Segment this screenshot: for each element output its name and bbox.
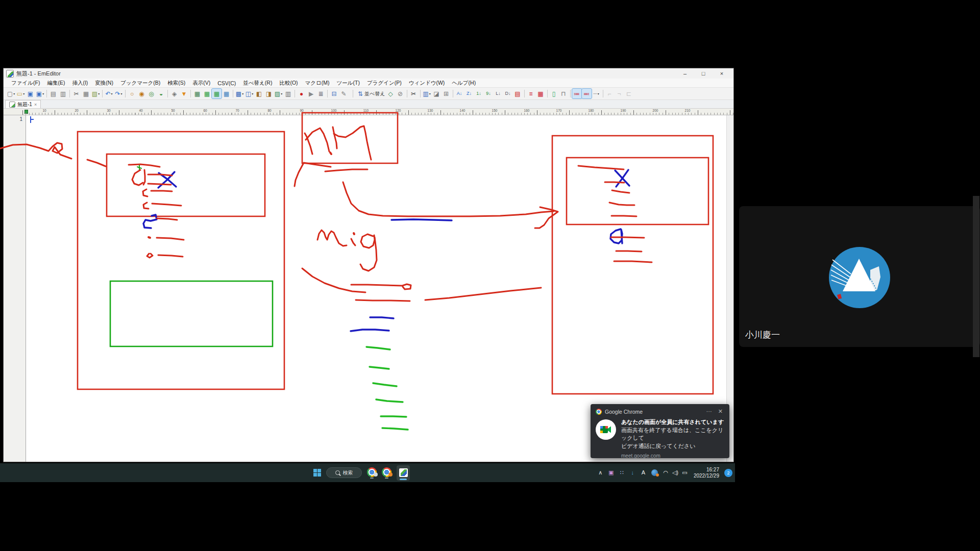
find-button[interactable]: ○ bbox=[127, 89, 137, 98]
menu-item[interactable]: 比較(O) bbox=[276, 80, 301, 87]
column-options-button[interactable]: ⊞ bbox=[442, 89, 451, 98]
notification-count-badge[interactable]: 2 bbox=[724, 469, 732, 477]
menu-item[interactable]: CSV(C) bbox=[214, 80, 239, 86]
menu-item[interactable]: 検索(S) bbox=[164, 80, 189, 87]
sort-num-asc-button[interactable]: 1↓ bbox=[474, 89, 484, 98]
tab-close-icon[interactable]: × bbox=[34, 102, 37, 107]
menu-item[interactable]: ブックマーク(B) bbox=[117, 80, 164, 87]
minimize-button[interactable]: – bbox=[676, 68, 694, 79]
sort-text-desc-button[interactable]: Z↓ bbox=[464, 89, 474, 98]
find-in-files-button[interactable]: ◎ bbox=[146, 89, 156, 98]
sort-text-asc-button[interactable]: A↓ bbox=[455, 89, 464, 98]
macro-list-button[interactable]: ≣ bbox=[316, 89, 326, 98]
filter-column-button[interactable]: ◪ bbox=[432, 89, 442, 98]
filter-button[interactable]: ▼ bbox=[179, 89, 189, 98]
menu-item[interactable]: ツール(T) bbox=[333, 80, 363, 87]
play-macro-button[interactable]: ▶ bbox=[306, 89, 316, 98]
menu-item[interactable]: ヘルプ(H) bbox=[448, 80, 479, 87]
cut-button[interactable]: ✂ bbox=[71, 89, 81, 98]
taskbar-chrome-1[interactable] bbox=[367, 467, 377, 479]
menu-item[interactable]: 表示(V) bbox=[189, 80, 214, 87]
copy-button[interactable]: ▦ bbox=[81, 89, 91, 98]
screen-share-tray-icon[interactable]: ▣ bbox=[608, 470, 614, 475]
ime-mode-icon[interactable]: A bbox=[641, 470, 646, 475]
merge-rows-button[interactable]: ▦ bbox=[536, 89, 546, 98]
csv-standard-mode-button[interactable]: ▦ bbox=[192, 89, 202, 98]
wifi-icon[interactable]: ◠ bbox=[663, 470, 669, 475]
title-bar[interactable]: 無題-1 - EmEditor – □ × bbox=[4, 68, 733, 79]
line-numbers-toggle[interactable]: ≔ bbox=[572, 89, 582, 98]
compare-button[interactable]: ⊟ bbox=[329, 89, 339, 98]
taskbar-chrome-2[interactable] bbox=[382, 467, 391, 479]
status-icon-group[interactable]: ◠◁)▭ bbox=[663, 470, 688, 475]
taskbar-emeditor[interactable] bbox=[397, 465, 410, 481]
cancel-button[interactable]: ⊘ bbox=[396, 89, 405, 98]
chrome-notification[interactable]: Google Chrome ⋯ ✕ あなたの画面が全員に共有されています 画面共… bbox=[591, 404, 729, 458]
sort-date-button[interactable]: D↓ bbox=[503, 89, 513, 98]
column-numbers-toggle[interactable]: ≕ bbox=[582, 89, 592, 98]
notification-more-icon[interactable]: ⋯ bbox=[705, 408, 714, 415]
close-button[interactable]: × bbox=[713, 68, 731, 79]
sort-length-button[interactable]: L↓ bbox=[494, 89, 503, 98]
delete-columns-button[interactable]: ✂ bbox=[409, 89, 419, 98]
menu-item[interactable]: 変換(N) bbox=[91, 80, 117, 87]
menu-item[interactable]: ウィンドウ(W) bbox=[405, 80, 449, 87]
meet-scrollbar[interactable] bbox=[973, 196, 979, 357]
participant-avatar bbox=[827, 245, 892, 310]
save-button[interactable]: ▣ bbox=[26, 89, 35, 98]
save-all-button[interactable]: ▣▾ bbox=[35, 89, 45, 98]
guide-2-button[interactable]: ¬ bbox=[615, 89, 624, 98]
freeze-panes-button[interactable]: ⊓ bbox=[559, 89, 569, 98]
redo-button[interactable]: ↷▾ bbox=[114, 89, 124, 98]
document-tab[interactable]: 無題-1 × bbox=[5, 100, 41, 108]
guide-3-button[interactable]: ⊏ bbox=[624, 89, 634, 98]
replace-button[interactable]: ◒ bbox=[156, 89, 166, 98]
maximize-button[interactable]: □ bbox=[694, 68, 713, 79]
guide-1-button[interactable]: ⌐ bbox=[605, 89, 615, 98]
taskbar-clock[interactable]: 16:27 2022/12/29 bbox=[694, 467, 719, 479]
menu-item[interactable]: 編集(E) bbox=[43, 80, 68, 87]
sort-calendar-button[interactable]: ▤ bbox=[513, 89, 523, 98]
csv-dsv-mode-button[interactable]: ▦ bbox=[222, 89, 231, 98]
convert-csv-button[interactable]: ▨▾ bbox=[274, 89, 283, 98]
print-button[interactable]: ▤ bbox=[48, 89, 58, 98]
start-button[interactable] bbox=[313, 469, 321, 477]
open-file-button[interactable]: ▭▾ bbox=[16, 89, 26, 98]
customize-button[interactable]: ✎ bbox=[339, 89, 349, 98]
fixed-width-button[interactable]: ▥ bbox=[283, 89, 293, 98]
heading-rows-button[interactable]: ▯ bbox=[549, 89, 559, 98]
csv-comma-mode-button[interactable]: ▦ bbox=[202, 89, 212, 98]
battery-icon[interactable]: ▭ bbox=[682, 470, 688, 475]
sort-button[interactable]: ⇅並べ替え bbox=[357, 89, 386, 98]
menu-item[interactable]: プラグイン(P) bbox=[363, 80, 405, 87]
cell-selection-button[interactable]: ▩▾ bbox=[235, 89, 244, 98]
unique-rows-button[interactable]: ≡ bbox=[526, 89, 536, 98]
new-file-button[interactable]: ▢▾ bbox=[6, 89, 16, 98]
teams-tray-icon[interactable]: ∷ bbox=[619, 470, 625, 475]
hidden-icons-chevron[interactable]: ∧ bbox=[598, 470, 603, 475]
undo-button[interactable]: ↶▾ bbox=[104, 89, 114, 98]
menu-item[interactable]: ファイル(F) bbox=[8, 80, 43, 87]
sort-num-desc-button[interactable]: 9↓ bbox=[484, 89, 494, 98]
heading-button[interactable]: ◧ bbox=[254, 89, 264, 98]
separator-style-button[interactable]: ┈▾ bbox=[592, 89, 601, 98]
download-tray-icon[interactable]: ↓ bbox=[630, 470, 635, 475]
refresh-button[interactable]: ◇ bbox=[386, 89, 396, 98]
select-column-button[interactable]: ▥▾ bbox=[422, 89, 432, 98]
record-macro-button[interactable]: ● bbox=[297, 89, 306, 98]
csv-tab-mode-button[interactable]: ▦ bbox=[212, 89, 222, 98]
print-preview-button[interactable]: ▥ bbox=[58, 89, 68, 98]
notification-close-icon[interactable]: ✕ bbox=[717, 408, 724, 415]
menu-item[interactable]: 並べ替え(R) bbox=[239, 80, 276, 87]
menu-item[interactable]: 挿入(I) bbox=[68, 80, 91, 87]
paste-button[interactable]: ▧▾ bbox=[91, 89, 101, 98]
menu-item[interactable]: マクロ(M) bbox=[302, 80, 333, 87]
participant-tile[interactable]: 小川慶一 bbox=[739, 206, 980, 347]
volume-icon[interactable]: ◁) bbox=[672, 470, 678, 475]
taskbar-search[interactable]: 検索 bbox=[326, 467, 362, 478]
split-column-button[interactable]: ◫▾ bbox=[244, 89, 254, 98]
onedrive-icon[interactable] bbox=[651, 469, 658, 476]
manage-columns-button[interactable]: ◨ bbox=[264, 89, 274, 98]
find-next-button[interactable]: ◉ bbox=[137, 89, 146, 98]
advanced-search-button[interactable]: ◈ bbox=[169, 89, 179, 98]
